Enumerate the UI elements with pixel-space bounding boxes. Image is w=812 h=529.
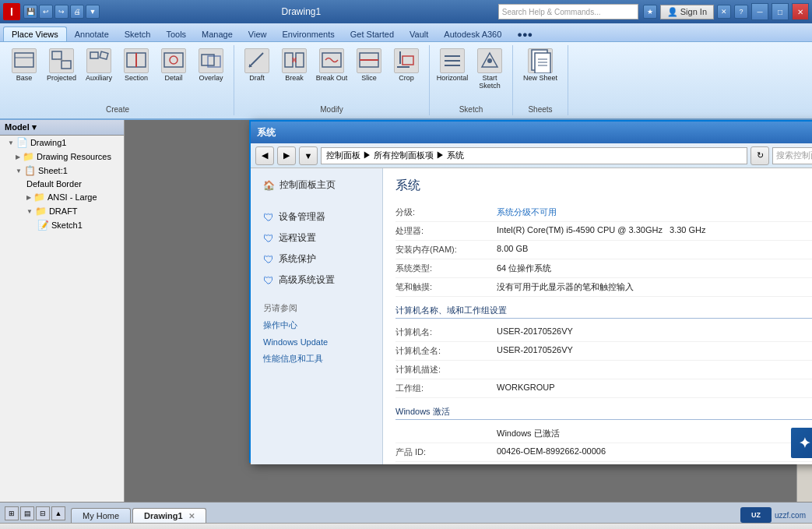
drawing-icon: 📄 bbox=[16, 137, 28, 148]
ram-label: 安装内存(RAM): bbox=[395, 244, 497, 256]
layout-icon-1[interactable]: ⊞ bbox=[5, 506, 19, 520]
close-app-btn[interactable]: ✕ bbox=[717, 5, 731, 19]
sign-in-button[interactable]: 👤 Sign In bbox=[660, 5, 714, 19]
window-close-btn[interactable]: ✕ bbox=[792, 3, 809, 20]
system-dialog: 系统 ─ □ ✕ ◀ ▶ ▼ 控制面板 ▶ 所有控制面板项 ▶ 系统 ↻ 搜索控… bbox=[249, 120, 812, 463]
nav-forward-btn[interactable]: ▶ bbox=[277, 146, 296, 165]
computer-info-table: 计算机名: USER-20170526VY 🔗 更改设置 计算机全名: USER… bbox=[395, 323, 812, 398]
layout-icon-3[interactable]: ⊟ bbox=[36, 506, 50, 520]
redo-btn[interactable]: ↪ bbox=[54, 5, 69, 19]
product-id-label: 产品 ID: bbox=[395, 446, 497, 458]
draft-label: Draft bbox=[249, 75, 265, 83]
remote-settings-link[interactable]: 🛡 远程设置 bbox=[257, 227, 376, 249]
sidebar-item-sheet1[interactable]: ▼ 📋 Sheet:1 bbox=[0, 164, 124, 178]
overlay-button[interactable]: Overlay bbox=[193, 47, 229, 84]
window-minimize-btn[interactable]: ─ bbox=[751, 3, 768, 20]
search-placeholder-text: 搜索控制面板 bbox=[776, 150, 812, 161]
sign-in-label: Sign In bbox=[680, 7, 707, 16]
break-button[interactable]: Break bbox=[276, 47, 312, 84]
layout-icon-4[interactable]: ▲ bbox=[51, 506, 65, 520]
new-sheet-label: New Sheet bbox=[523, 75, 557, 83]
window-maximize-btn[interactable]: □ bbox=[772, 3, 789, 20]
expand-icon-dr: ▶ bbox=[16, 153, 20, 160]
rating-value[interactable]: 系统分级不可用 bbox=[497, 206, 812, 218]
horizontal-button[interactable]: Horizontal bbox=[434, 47, 470, 92]
info-row-computername: 计算机名: USER-20170526VY 🔗 更改设置 bbox=[395, 323, 812, 342]
tab-annotate[interactable]: Annotate bbox=[67, 27, 117, 41]
tab-get-started[interactable]: Get Started bbox=[343, 27, 402, 41]
system-protection-link[interactable]: 🛡 系统保护 bbox=[257, 249, 376, 270]
sheet-icon: 📋 bbox=[24, 165, 36, 176]
crop-button[interactable]: Crop bbox=[388, 47, 424, 84]
start-sketch-button[interactable]: Start Sketch bbox=[472, 47, 508, 92]
print-btn[interactable]: 🖨 bbox=[70, 5, 84, 19]
overlay-icon bbox=[199, 48, 223, 73]
sidebar-item-default-border[interactable]: Default Border bbox=[0, 178, 124, 190]
tab-autodesk-a360[interactable]: Autodesk A360 bbox=[436, 27, 509, 41]
ribbon-group-modify: Draft Break Break Out Slice bbox=[234, 45, 430, 115]
draft-label: DRAFT bbox=[49, 206, 78, 216]
save-btn[interactable]: 💾 bbox=[23, 5, 37, 19]
tab-manage[interactable]: Manage bbox=[194, 27, 241, 41]
crop-icon bbox=[394, 48, 419, 73]
slice-button[interactable]: Slice bbox=[351, 47, 387, 84]
dialog-title-bar: 系统 ─ □ ✕ bbox=[251, 122, 812, 143]
ansi-large-label: ANSI - Large bbox=[47, 192, 97, 202]
tab-sketch[interactable]: Sketch bbox=[117, 27, 159, 41]
folder-icon-dr: 📁 bbox=[23, 151, 34, 162]
dialog-search-box[interactable]: 搜索控制面板 🔍 bbox=[772, 147, 812, 164]
new-sheet-button[interactable]: New Sheet bbox=[518, 47, 563, 84]
undo-btn[interactable]: ↩ bbox=[39, 5, 53, 19]
svg-rect-5 bbox=[90, 52, 98, 58]
advanced-settings-link[interactable]: 🛡 高级系统设置 bbox=[257, 270, 376, 291]
sidebar-item-drawing1[interactable]: ▼ 📄 Drawing1 bbox=[0, 136, 124, 150]
expand-icon-s1: ▼ bbox=[16, 168, 22, 175]
computer-section-header: 计算机名称、域和工作组设置 bbox=[395, 305, 812, 319]
info-table: 分级: 系统分级不可用 处理器: Intel(R) Core(TM) i5-45… bbox=[395, 203, 812, 297]
tab-vault[interactable]: Vault bbox=[402, 27, 436, 41]
nav-back-btn[interactable]: ◀ bbox=[255, 146, 274, 165]
help-search-box[interactable]: Search Help & Commands... bbox=[498, 4, 638, 19]
tab-drawing1[interactable]: Drawing1 ✕ bbox=[132, 508, 206, 523]
projected-button[interactable]: Projected bbox=[44, 47, 79, 84]
bottom-tab-area: ⊞ ▤ ⊟ ▲ My Home Drawing1 ✕ UZ uzzf.com bbox=[0, 502, 812, 523]
sidebar-item-drawing-resources[interactable]: ▶ 📁 Drawing Resources bbox=[0, 150, 124, 164]
device-manager-link[interactable]: 🛡 设备管理器 bbox=[257, 206, 376, 227]
action-center-link[interactable]: 操作中心 bbox=[257, 316, 376, 334]
nav-dropdown-btn[interactable]: ▼ bbox=[299, 146, 318, 165]
favorites-btn[interactable]: ★ bbox=[643, 5, 657, 19]
help-btn[interactable]: ? bbox=[734, 5, 748, 19]
sidebar-item-sketch1[interactable]: 📝 Sketch1 bbox=[0, 218, 124, 232]
product-id-value: 00426-OEM-8992662-00006 bbox=[497, 446, 812, 458]
tab-environments[interactable]: Environments bbox=[275, 27, 343, 41]
section-button[interactable]: Section bbox=[118, 47, 154, 84]
svg-point-10 bbox=[170, 56, 178, 64]
layout-icon-2[interactable]: ▤ bbox=[20, 506, 34, 520]
tab-my-home[interactable]: My Home bbox=[71, 508, 131, 523]
horizontal-label: Horizontal bbox=[437, 75, 469, 83]
breadcrumb-bar: 控制面板 ▶ 所有控制面板项 ▶ 系统 bbox=[321, 147, 747, 164]
base-button[interactable]: Base bbox=[6, 47, 42, 84]
info-row-description: 计算机描述: bbox=[395, 361, 812, 379]
tab-close-icon[interactable]: ✕ bbox=[188, 512, 195, 520]
draft-button[interactable]: Draft bbox=[239, 47, 275, 84]
windows-update-link[interactable]: Windows Update bbox=[257, 334, 376, 350]
workgroup-value: WORKGROUP bbox=[497, 383, 812, 394]
tab-tools[interactable]: Tools bbox=[158, 27, 194, 41]
detail-button[interactable]: Detail bbox=[156, 47, 192, 84]
dialog-body: 🏠 控制面板主页 🛡 设备管理器 🛡 远程设置 🛡 系统保护 bbox=[251, 168, 812, 464]
tab-place-views[interactable]: Place Views bbox=[3, 26, 67, 41]
tab-more[interactable]: ●●● bbox=[509, 27, 540, 41]
sidebar-item-ansi-large[interactable]: ▶ 📁 ANSI - Large bbox=[0, 190, 124, 204]
tab-view[interactable]: View bbox=[241, 27, 275, 41]
performance-link[interactable]: 性能信息和工具 bbox=[257, 350, 376, 368]
nav-refresh-btn[interactable]: ↻ bbox=[750, 146, 769, 165]
sketch-items: Horizontal Start Sketch bbox=[434, 45, 508, 92]
more-btn[interactable]: ▼ bbox=[86, 5, 100, 19]
break-out-button[interactable]: Break Out bbox=[314, 47, 350, 84]
auxiliary-button[interactable]: Auxiliary bbox=[81, 47, 117, 84]
sidebar-item-draft[interactable]: ▼ 📁 DRAFT bbox=[0, 204, 124, 218]
control-panel-home-link[interactable]: 🏠 控制面板主页 bbox=[257, 175, 376, 196]
cpu-label: 处理器: bbox=[395, 225, 497, 237]
sidebar-title[interactable]: Model ▾ bbox=[0, 120, 124, 136]
